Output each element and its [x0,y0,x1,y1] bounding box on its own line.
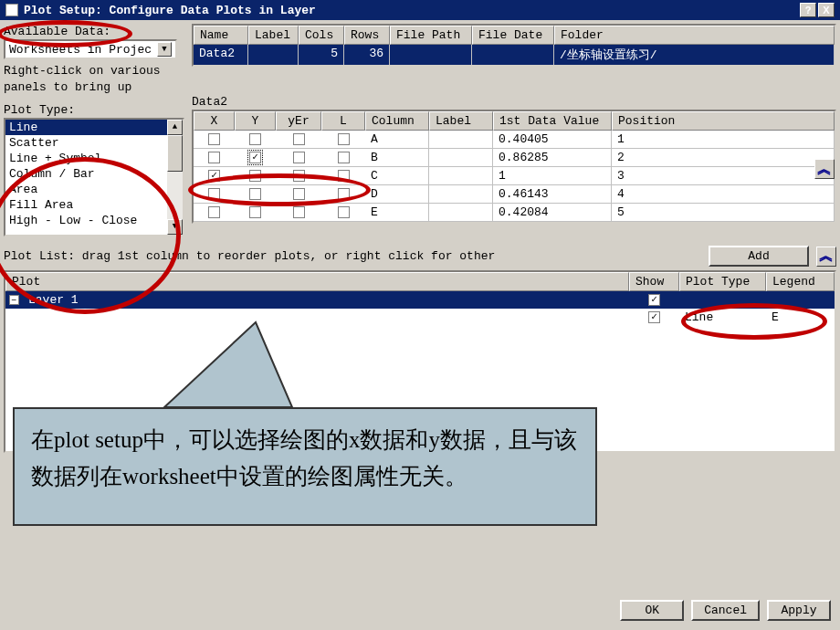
column-grid-title: Data2 [192,94,836,110]
l-checkbox[interactable] [338,206,350,218]
l-checkbox[interactable] [338,188,350,200]
collapse-button-1[interactable]: ︽ [814,159,835,179]
column-first-value: 0.46143 [493,185,612,203]
plot-type-item-hlc[interactable]: High - Low - Close [5,213,167,228]
plot-type-item-fillarea[interactable]: Fill Area [5,197,167,213]
x-checkbox[interactable] [208,170,220,182]
plot-legend-cell: E [766,309,835,326]
tree-collapse-icon[interactable]: − [9,295,19,305]
context-hint: Right-click on various panels to bring u… [4,61,184,97]
x-checkbox[interactable] [208,188,220,200]
plot-type-item-area[interactable]: Area [5,182,167,197]
header-filedate[interactable]: File Date [472,26,554,45]
header-y[interactable]: Y [235,111,276,131]
x-checkbox[interactable] [208,133,220,145]
column-name: C [365,167,429,184]
plot-type-label: Plot Type: [4,102,184,118]
header-position[interactable]: Position [612,111,835,131]
header-label[interactable]: Label [248,26,299,45]
column-label [429,204,493,221]
plot-type-cell: Line [679,309,766,326]
plot-type-item-columnbar[interactable]: Column / Bar [5,166,167,182]
collapse-button-2[interactable]: ︽ [816,247,836,267]
yer-checkbox[interactable] [293,152,305,163]
cell-filedate [472,45,554,65]
svg-marker-0 [164,322,292,407]
header-show[interactable]: Show [629,272,679,291]
header-name[interactable]: Name [194,26,248,45]
plot-tree-layer[interactable]: − Layer 1 [5,291,835,309]
column-label [429,149,493,166]
y-checkbox[interactable] [249,133,261,145]
l-checkbox[interactable] [338,152,350,163]
yer-checkbox[interactable] [293,188,305,200]
column-position: 5 [612,204,835,221]
y-checkbox[interactable] [249,188,261,200]
plot-type-item-linesymbol[interactable]: Line + Symbol [5,151,167,166]
header-x[interactable]: X [194,111,235,131]
column-position: 2 [612,149,835,166]
header-plot[interactable]: Plot [5,272,629,291]
header-plottype[interactable]: Plot Type [679,272,766,291]
ok-button[interactable]: OK [620,600,684,621]
worksheet-row[interactable]: Data2 5 36 /坐标轴设置练习/ [194,45,835,65]
plot-show-checkbox[interactable] [648,311,660,323]
cancel-button[interactable]: Cancel [691,600,760,621]
close-button[interactable]: X [818,3,835,17]
header-column[interactable]: Column [365,111,429,131]
column-label [429,131,493,148]
header-yer[interactable]: yEr [276,111,321,131]
plot-type-scrollbar[interactable]: ▲ ▼ [167,120,183,235]
scroll-up-icon[interactable]: ▲ [167,120,183,135]
scroll-thumb[interactable] [167,135,183,172]
plot-type-item-line[interactable]: Line [5,120,167,135]
column-label [429,167,493,184]
plot-tree-item[interactable]: Line E [5,309,835,326]
header-rows[interactable]: Rows [344,26,390,45]
plot-type-item-scatter[interactable]: Scatter [5,135,167,151]
column-first-value: 1 [493,167,612,184]
titlebar: Plot Setup: Configure Data Plots in Laye… [0,0,840,20]
y-checkbox[interactable] [249,152,261,163]
cell-label [248,45,299,65]
plot-type-listbox[interactable]: Line Scatter Line + Symbol Column / Bar … [4,118,184,236]
header-folder[interactable]: Folder [554,26,835,45]
yer-checkbox[interactable] [293,170,305,182]
add-button[interactable]: Add [709,246,809,267]
column-row[interactable]: E0.420845 [194,204,835,222]
yer-checkbox[interactable] [293,133,305,145]
l-checkbox[interactable] [338,133,350,145]
layer-show-checkbox[interactable] [648,294,660,306]
column-name: B [365,149,429,166]
y-checkbox[interactable] [249,170,261,182]
apply-button[interactable]: Apply [767,600,831,621]
header-cols[interactable]: Cols [299,26,344,45]
cell-name: Data2 [194,45,248,65]
column-first-value: 0.42084 [493,204,612,221]
column-row[interactable]: D0.461434 [194,185,835,204]
column-row[interactable]: B0.862852 [194,149,835,167]
header-legend[interactable]: Legend [766,272,835,291]
column-position: 4 [612,185,835,203]
l-checkbox[interactable] [338,170,350,182]
column-row[interactable]: C13 [194,167,835,185]
header-clabel[interactable]: Label [429,111,493,131]
column-position: 1 [612,131,835,148]
x-checkbox[interactable] [208,206,220,218]
column-row[interactable]: A0.404051 [194,131,835,149]
help-button[interactable]: ? [800,3,816,17]
annotation-callout: 在plot setup中，可以选择绘图的x数据和y数据，且与该数据列在works… [13,407,597,526]
header-1st[interactable]: 1st Data Value [493,111,612,131]
header-filepath[interactable]: File Path [390,26,472,45]
x-checkbox[interactable] [208,152,220,163]
cell-cols: 5 [299,45,344,65]
yer-checkbox[interactable] [293,206,305,218]
column-name: D [365,185,429,203]
column-name: E [365,204,429,221]
scroll-down-icon[interactable]: ▼ [167,219,183,235]
column-label [429,185,493,203]
available-data-dropdown[interactable]: Worksheets in Projec ▼ [4,39,177,59]
column-name: A [365,131,429,148]
y-checkbox[interactable] [249,206,261,218]
header-l[interactable]: L [321,111,365,131]
